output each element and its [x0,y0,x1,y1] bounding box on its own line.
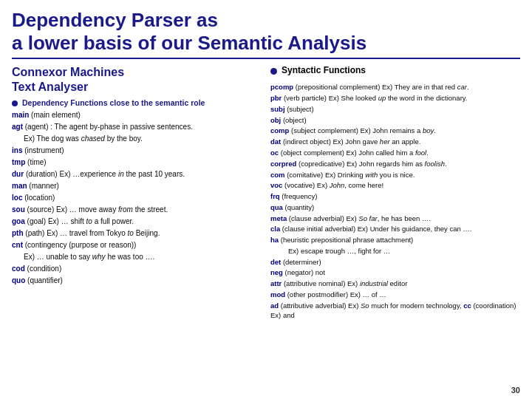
entry-dur: dur (duration) Ex) …experience in the pa… [12,169,263,180]
title-line2: a lower basis of our Semantic Analysis [12,32,366,54]
connexor-header: Connexor Machines Text Analyser [12,65,263,93]
entry-cnt-ex: Ex) … unable to say why he was too …. [12,252,263,262]
page: Dependency Parser as a lower basis of ou… [0,0,532,399]
syn-ha-ex: Ex) escape trough …, fight for … [270,246,520,256]
entry-quo: quo (quantifier) [12,276,263,286]
right-bullet-icon [270,68,277,75]
syn-attr: attr (attributive nominal) Ex) industria… [270,279,520,289]
entry-goa: goa (goal) Ex) … shift to a full power. [12,216,263,227]
entry-agt: agt (agent) : The agent by-phase in pass… [12,122,263,132]
syn-oc: oc (object complement) Ex) John called h… [270,148,520,158]
syn-ha: ha (heuristic prepositional phrase attac… [270,235,520,245]
dep-functions-label: Dependency Functions close to the semant… [22,98,205,107]
title-block: Dependency Parser as a lower basis of ou… [12,9,520,59]
syn-ad: ad (attributive adverbial) Ex) So much f… [270,301,520,321]
syn-dat: dat (indirect object) Ex) John gave her … [270,137,520,147]
page-number: 30 [511,386,520,395]
entry-cod: cod (condition) [12,264,263,274]
syntactic-header-row: Syntactic Functions [270,65,520,78]
right-column: Syntactic Functions pcomp (prepositional… [263,65,520,321]
syntactic-title: Syntactic Functions [282,65,366,75]
entry-man: man (manner) [12,181,263,191]
entry-ins: ins (instrument) [12,146,263,156]
entry-main: main (main element) [12,110,263,120]
entry-agt-ex: Ex) The dog was chased by the boy. [12,134,263,144]
syn-pbr: pbr (verb particle) Ex) She looked up th… [270,93,520,103]
title-line1: Dependency Parser as [12,9,218,31]
syn-cla: cla (clause initial adverbial) Ex) Under… [270,224,520,234]
syn-subj: subj (subject) [270,104,520,115]
syn-com: com (comitative) Ex) Drinking with you i… [270,170,520,180]
main-content: Connexor Machines Text Analyser Dependen… [12,65,520,321]
syn-mod: mod (other postmodifier) Ex) … of … [270,290,520,300]
syn-neg: neg (negator) not [270,267,520,278]
connexor-title-line2: Text Analyser [12,80,124,94]
entry-loc: loc (location) [12,193,263,203]
syn-meta: meta (clause adverbial) Ex) So far, he h… [270,214,520,224]
syn-det: det (determiner) [270,257,520,267]
dep-functions-header: Dependency Functions close to the semant… [12,98,263,107]
syn-obj: obj (object) [270,115,520,126]
bullet-icon [12,100,18,106]
entry-pth: pth (path) Ex) … travel from Tokyo to Be… [12,228,263,239]
left-column: Connexor Machines Text Analyser Dependen… [12,65,263,321]
entry-cnt: cnt (contingency (purpose or reason)) [12,240,263,250]
syn-corpred: corpred (copredicative) Ex) John regards… [270,159,520,169]
syn-voc: voc (vocative) Ex) John, come here! [270,180,520,191]
entry-tmp: tmp (time) [12,157,263,168]
syn-pcomp: pcomp (prepositional complement) Ex) The… [270,82,520,92]
syn-comp: comp (subject complement) Ex) John remai… [270,126,520,136]
connexor-title-line1: Connexor Machines [12,65,124,79]
syn-qua: qua (quantity) [270,202,520,213]
syn-frq: frq (frequency) [270,191,520,202]
connexor-text: Connexor Machines Text Analyser [12,65,124,93]
entry-sou: sou (source) Ex) … move away from the st… [12,205,263,215]
title: Dependency Parser as a lower basis of ou… [12,9,520,55]
